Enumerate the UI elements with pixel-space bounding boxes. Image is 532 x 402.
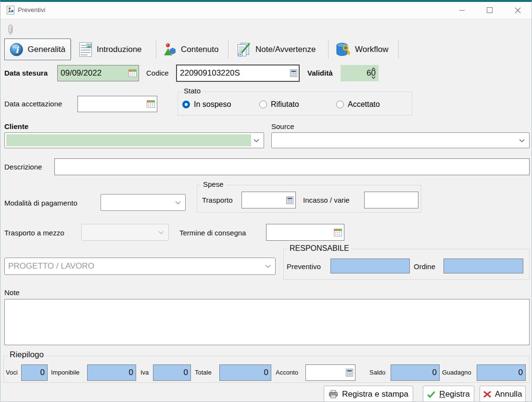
tab-contenuto[interactable]: Contenuto [159,39,227,60]
shapes-icon [164,42,177,57]
trasporto-label: Trasporto [202,196,233,204]
acconto-label: Acconto [276,369,298,376]
chevron-down-icon [265,265,271,268]
riepilogo-legend: Riepilogo [8,350,46,360]
source-label: Source [271,122,294,130]
responsabile-preventivo-field [330,259,410,273]
validita-spinner[interactable] [370,66,377,80]
annulla-button[interactable]: Annulla [480,386,526,402]
modalita-pagamento-combobox[interactable] [101,194,186,211]
tab-label: Contenuto [181,45,218,54]
acconto-field[interactable] [305,364,355,381]
incasso-varie-label: Incasso / varie [303,196,350,204]
tab-label: Generalità [28,45,65,54]
source-combobox[interactable] [271,132,530,148]
calculator-icon[interactable] [346,369,353,376]
trasporto-field[interactable] [241,192,296,208]
stato-legend: Stato [182,87,203,95]
termine-consegna-field[interactable] [266,224,344,241]
chevron-down-icon [519,139,525,142]
guadagno-field: 0 [477,364,526,381]
responsabile-groupbox: RESPONSABILE Preventivo Ordine [283,249,530,280]
tab-separator [398,39,399,59]
note-textarea[interactable] [4,299,530,345]
responsabile-ordine-label: Ordine [414,262,435,271]
responsabile-ordine-field [443,259,523,273]
close-icon [515,7,521,13]
spese-groupbox: Spese Trasporto Incasso / varie [197,185,421,213]
registra-e-stampa-button[interactable]: Registra e stampa [324,386,413,402]
paperclip-icon [7,24,14,35]
maximize-button[interactable] [476,2,504,18]
button-label: Registra e stampa [342,389,408,399]
codice-label: Codice [146,69,169,77]
attachment-button[interactable] [4,23,17,36]
codice-field[interactable] [176,65,300,82]
calendar-icon[interactable] [147,100,155,108]
data-stesura-field[interactable] [57,65,139,81]
tab-note-avvertenze[interactable]: Note/Avvertenze [231,39,327,60]
iva-field: 0 [153,364,191,381]
incasso-varie-input[interactable] [364,192,418,208]
spin-down-icon [371,76,376,79]
descrizione-input[interactable] [54,158,530,175]
guadagno-label: Guadagno [442,369,471,376]
cliente-combobox[interactable] [4,132,264,148]
trasporto-mezzo-label: Trasporto a mezzo [4,229,64,237]
info-icon: i [10,41,24,58]
preventivi-window: Preventivi i Generalità [0,0,532,402]
descrizione-label: Descrizione [4,163,42,171]
calendar-icon[interactable] [334,229,342,236]
progetto-lavoro-combobox[interactable]: PROGETTO / LAVORO [4,258,276,275]
red-cross-icon [483,390,491,398]
tab-label: Introduzione [97,45,142,54]
registra-button[interactable]: Registra [423,386,474,402]
button-label: Annulla [495,389,522,399]
close-button[interactable] [504,2,532,18]
chevron-down-icon [253,139,259,142]
codice-input[interactable] [176,65,300,82]
radio-label: Accettato [348,100,380,109]
calculator-icon[interactable] [286,196,293,204]
tab-generalita[interactable]: i Generalità [4,39,71,60]
imponibile-field: 0 [87,364,136,381]
riepilogo-groupbox: Riepilogo Voci 0 Imponibile 0 Iva 0 Tota… [3,356,530,383]
cliente-value [6,134,251,146]
radio-dot [336,101,344,108]
chevron-down-icon [158,231,164,234]
validita-label: Validità [307,69,333,77]
tab-workflow[interactable]: Workflow [330,39,398,60]
button-label: Registra [439,389,469,399]
printer-icon [329,390,338,399]
calculator-icon[interactable] [290,69,297,77]
radio-in-sospeso[interactable]: In sospeso [182,100,231,109]
data-accettazione-input[interactable] [77,96,157,112]
data-accettazione-field[interactable] [77,96,157,112]
voci-label: Voci [6,369,18,376]
window-title: Preventivi [18,6,45,13]
trasporto-mezzo-combobox[interactable] [81,224,169,241]
database-key-icon [335,42,351,57]
termine-consegna-input[interactable] [266,224,344,241]
tab-separator [228,39,228,59]
titlebar: Preventivi [0,2,532,19]
tab-introduzione[interactable]: Introduzione [74,39,154,60]
termine-consegna-label: Termine di consegna [179,229,246,237]
maximize-icon [487,7,493,13]
tab-separator [156,39,156,59]
radio-rifiutato[interactable]: Rifiutato [259,100,299,109]
cliente-label: Cliente [4,122,28,130]
incasso-varie-field[interactable] [364,192,418,208]
data-stesura-input[interactable] [57,65,139,81]
spin-up-icon [371,67,376,70]
radio-dot [259,101,267,108]
tab-label: Note/Avvertenze [255,45,316,54]
notes-pen-icon [236,42,251,57]
app-icon [6,6,15,14]
radio-accettato[interactable]: Accettato [336,100,380,109]
minimize-button[interactable] [448,2,476,18]
validita-field[interactable] [341,65,379,81]
progetto-lavoro-placeholder: PROGETTO / LAVORO [8,261,94,271]
calendar-icon[interactable] [128,69,137,77]
descrizione-field[interactable] [54,158,530,175]
